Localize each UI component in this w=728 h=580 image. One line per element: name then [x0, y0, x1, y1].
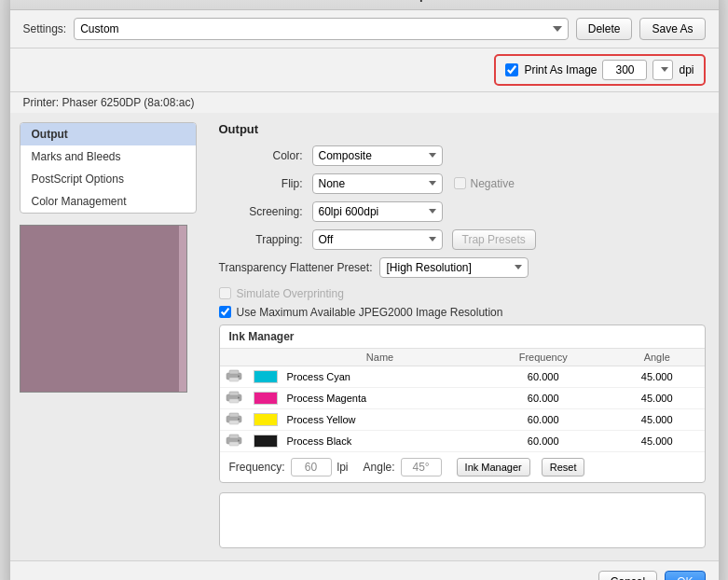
ink-manager-section: Ink Manager Name Frequency Angle [219, 325, 706, 483]
svg-rect-6 [229, 399, 239, 403]
sidebar-item-postscript[interactable]: PostScript Options [21, 168, 196, 190]
delete-button[interactable]: Delete [576, 18, 633, 40]
flip-label: Flip: [219, 177, 312, 190]
ink-row[interactable]: Process Cyan 60.000 45.000 [220, 366, 705, 387]
use-maximum-label: Use Maximum Available JPEG2000 Image Res… [237, 306, 503, 319]
transparency-row: Transparency Flattener Preset: [High Res… [219, 257, 706, 278]
sidebar-nav: Output Marks and Bleeds PostScript Optio… [20, 122, 197, 214]
ink-swatch [254, 392, 278, 405]
use-maximum-checkbox[interactable] [219, 306, 231, 318]
ink-frequency: 60.000 [477, 366, 610, 387]
negative-checkbox[interactable] [454, 177, 466, 189]
ink-frequency: 60.000 [477, 408, 610, 430]
cancel-button[interactable]: Cancel [598, 571, 657, 581]
ink-name: Process Yellow [283, 408, 477, 430]
print-as-image-label: Print As Image [524, 63, 597, 76]
svg-rect-14 [229, 442, 239, 446]
sidebar-item-color-management[interactable]: Color Management [21, 190, 196, 213]
printer-bar: Printer: Phaser 6250DP (8a:08:ac) [10, 92, 719, 113]
svg-point-3 [238, 375, 240, 377]
ink-swatch-cell [248, 366, 283, 387]
ink-swatch-cell [248, 387, 283, 408]
reset-button[interactable]: Reset [542, 458, 585, 476]
svg-point-15 [238, 439, 240, 441]
svg-point-11 [238, 418, 240, 420]
print-as-image-checkbox[interactable] [505, 63, 518, 76]
screening-label: Screening: [219, 205, 312, 218]
bottom-bar: Cancel OK [10, 560, 719, 581]
dpi-select[interactable] [652, 60, 673, 80]
flip-select[interactable]: None [312, 173, 443, 194]
transparency-label: Transparency Flattener Preset: [219, 261, 373, 274]
simulate-overprinting-checkbox[interactable] [219, 287, 231, 299]
ink-table: Name Frequency Angle [220, 349, 705, 452]
ink-printer-icon [220, 387, 248, 408]
lpi-label: lpi [337, 461, 349, 474]
ink-swatch [254, 413, 278, 426]
trapping-label: Trapping: [219, 233, 312, 246]
color-label: Color: [219, 149, 312, 162]
frequency-row: Frequency: lpi Angle: Ink Manager Reset [220, 452, 705, 482]
ink-angle: 45.000 [610, 387, 705, 408]
print-as-image-box: Print As Image dpi [494, 54, 705, 86]
document-preview [20, 225, 187, 393]
simulate-overprinting-row: Simulate Overprinting [219, 287, 706, 300]
angle-input[interactable] [401, 458, 442, 476]
ink-name: Process Black [283, 430, 477, 451]
ink-row[interactable]: Process Magenta 60.000 45.000 [220, 387, 705, 408]
flip-row: Flip: None Negative [219, 173, 706, 194]
frequency-label: Frequency: [229, 461, 285, 474]
sidebar-item-output[interactable]: Output [21, 123, 196, 145]
trapping-select[interactable]: Off [312, 229, 443, 250]
ink-manager-button[interactable]: Ink Manager [457, 458, 530, 476]
use-maximum-row: Use Maximum Available JPEG2000 Image Res… [219, 306, 706, 319]
ink-frequency: 60.000 [477, 387, 610, 408]
negative-label: Negative [471, 177, 515, 190]
col-frequency: Frequency [477, 349, 610, 366]
ink-swatch [254, 370, 278, 383]
printer-label: Printer: [23, 96, 60, 109]
sidebar: Output Marks and Bleeds PostScript Optio… [10, 113, 206, 560]
transparency-select[interactable]: [High Resolution] [379, 257, 529, 278]
sidebar-item-marks-bleeds[interactable]: Marks and Bleeds [21, 145, 196, 168]
save-as-button[interactable]: Save As [639, 18, 705, 40]
ink-swatch-cell [248, 408, 283, 430]
svg-rect-13 [229, 435, 239, 438]
ink-swatch [254, 435, 278, 448]
ink-printer-icon [220, 430, 248, 451]
ink-swatch-cell [248, 430, 283, 451]
svg-point-7 [238, 396, 240, 398]
printer-value: Phaser 6250DP (8a:08:ac) [62, 96, 195, 109]
svg-rect-9 [229, 413, 239, 417]
ink-row[interactable]: Process Black 60.000 45.000 [220, 430, 705, 451]
svg-rect-1 [229, 370, 239, 374]
simulate-overprinting-label: Simulate Overprinting [237, 287, 344, 300]
print-as-image-bar: Print As Image dpi [10, 48, 719, 92]
frequency-input[interactable] [291, 458, 332, 476]
screening-select[interactable]: 60lpi 600dpi [312, 201, 443, 222]
ink-printer-icon [220, 366, 248, 387]
settings-select[interactable]: Custom [74, 18, 569, 40]
ink-angle: 45.000 [610, 408, 705, 430]
notes-textarea[interactable] [219, 492, 706, 548]
settings-bar: Settings: Custom Delete Save As [10, 10, 719, 48]
dpi-unit: dpi [679, 63, 694, 76]
trap-presets-button[interactable]: Trap Presets [452, 229, 536, 250]
main-content: Output Marks and Bleeds PostScript Optio… [10, 113, 719, 560]
ink-name: Process Magenta [283, 387, 477, 408]
col-name: Name [283, 349, 477, 366]
svg-rect-2 [229, 378, 239, 381]
ok-button[interactable]: OK [665, 571, 705, 581]
svg-rect-10 [229, 421, 239, 424]
ink-row[interactable]: Process Yellow 60.000 45.000 [220, 408, 705, 430]
ink-manager-title: Ink Manager [220, 325, 705, 349]
dialog-title: Advanced Print Setup [301, 0, 427, 2]
dpi-input[interactable] [602, 60, 647, 80]
angle-label: Angle: [364, 461, 395, 474]
advanced-print-setup-dialog: Advanced Print Setup Settings: Custom De… [10, 0, 719, 580]
ink-frequency: 60.000 [477, 430, 610, 451]
output-section-title: Output [219, 122, 706, 136]
ink-angle: 45.000 [610, 366, 705, 387]
screening-row: Screening: 60lpi 600dpi [219, 201, 706, 222]
color-select[interactable]: Composite [312, 145, 443, 166]
